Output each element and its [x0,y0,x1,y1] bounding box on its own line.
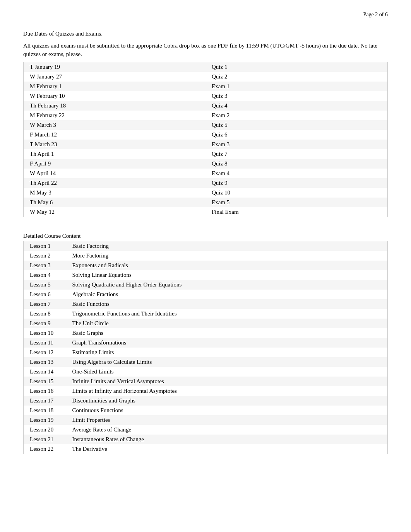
lesson-topic: Instantaneous Rates of Change [66,435,388,444]
due-date-date: Th February 18 [24,101,206,111]
lesson-topic: Basic Functions [66,299,388,309]
lesson-number: Lesson 17 [24,396,66,406]
lesson-row: Lesson 13Using Algebra to Calculate Limi… [24,357,388,367]
lesson-number: Lesson 3 [24,261,66,270]
lesson-number: Lesson 8 [24,309,66,319]
due-date-row: M February 22Exam 2 [24,111,388,120]
lesson-topic: Basic Factoring [66,241,388,251]
lesson-number: Lesson 12 [24,348,66,357]
due-date-date: F March 12 [24,130,206,140]
due-date-item: Exam 1 [206,82,388,91]
lesson-topic: Limit Properties [66,415,388,425]
due-date-row: T January 19Quiz 1 [24,62,388,72]
due-date-row: F April 9Quiz 8 [24,159,388,169]
lesson-topic: One-Sided Limits [66,367,388,377]
due-date-item: Exam 2 [206,111,388,120]
due-date-date: M February 1 [24,82,206,91]
lesson-topic: Infinite Limits and Vertical Asymptotes [66,377,388,386]
lesson-number: Lesson 19 [24,415,66,425]
due-date-item: Quiz 3 [206,91,388,101]
due-date-item: Quiz 1 [206,62,388,72]
lesson-topic: Algebraic Fractions [66,290,388,299]
due-date-row: T March 23Exam 3 [24,140,388,149]
due-date-item: Exam 3 [206,140,388,149]
due-date-row: W February 10Quiz 3 [24,91,388,101]
due-date-item: Quiz 9 [206,178,388,188]
lesson-number: Lesson 1 [24,241,66,251]
due-date-date: F April 9 [24,159,206,169]
lesson-number: Lesson 15 [24,377,66,386]
lesson-topic: The Derivative [66,444,388,454]
lesson-row: Lesson 8Trigonometric Functions and Thei… [24,309,388,319]
lesson-row: Lesson 20Average Rates of Change [24,425,388,435]
lesson-number: Lesson 20 [24,425,66,435]
due-date-row: Th April 22Quiz 9 [24,178,388,188]
lesson-row: Lesson 18Continuous Functions [24,406,388,415]
due-date-item: Quiz 8 [206,159,388,169]
lesson-row: Lesson 3Exponents and Radicals [24,261,388,270]
lesson-row: Lesson 16Limits at Infinity and Horizont… [24,386,388,396]
due-date-date: W January 27 [24,72,206,82]
intro-line2-3: All quizzes and exams must be submitted … [23,41,388,59]
due-date-date: Th April 22 [24,178,206,188]
detailed-section-title: Detailed Course Content [23,233,388,239]
due-date-row: W January 27Quiz 2 [24,72,388,82]
due-date-date: T January 19 [24,62,206,72]
due-date-date: M May 3 [24,188,206,198]
due-date-item: Exam 5 [206,198,388,207]
lesson-number: Lesson 16 [24,386,66,396]
lesson-number: Lesson 14 [24,367,66,377]
lesson-row: Lesson 6Algebraic Fractions [24,290,388,299]
lesson-number: Lesson 10 [24,328,66,338]
lesson-topic: More Factoring [66,251,388,261]
due-date-item: Quiz 5 [206,120,388,130]
lesson-number: Lesson 6 [24,290,66,299]
lesson-topic: The Unit Circle [66,319,388,328]
intro-line1: Due Dates of Quizzes and Exams. [23,29,388,38]
due-dates-table: T January 19Quiz 1W January 27Quiz 2M Fe… [23,62,388,217]
due-date-date: W May 12 [24,207,206,217]
due-date-item: Quiz 7 [206,149,388,159]
lesson-number: Lesson 4 [24,270,66,280]
page-number: Page 2 of 6 [23,12,388,18]
lesson-topic: Limits at Infinity and Horizontal Asympt… [66,386,388,396]
lesson-topic: Solving Linear Equations [66,270,388,280]
due-date-row: W March 3Quiz 5 [24,120,388,130]
lesson-topic: Trigonometric Functions and Their Identi… [66,309,388,319]
due-date-row: M February 1Exam 1 [24,82,388,91]
due-date-row: F March 12Quiz 6 [24,130,388,140]
lesson-topic: Continuous Functions [66,406,388,415]
lesson-number: Lesson 22 [24,444,66,454]
lesson-row: Lesson 1Basic Factoring [24,241,388,251]
lesson-row: Lesson 22The Derivative [24,444,388,454]
lesson-row: Lesson 9The Unit Circle [24,319,388,328]
due-date-row: W May 12Final Exam [24,207,388,217]
due-date-date: M February 22 [24,111,206,120]
lesson-row: Lesson 2More Factoring [24,251,388,261]
lesson-number: Lesson 2 [24,251,66,261]
lesson-number: Lesson 21 [24,435,66,444]
lesson-row: Lesson 15Infinite Limits and Vertical As… [24,377,388,386]
lesson-topic: Estimating Limits [66,348,388,357]
lesson-row: Lesson 12Estimating Limits [24,348,388,357]
due-date-date: W March 3 [24,120,206,130]
lesson-number: Lesson 5 [24,280,66,290]
lesson-row: Lesson 5Solving Quadratic and Higher Ord… [24,280,388,290]
lesson-row: Lesson 21Instantaneous Rates of Change [24,435,388,444]
due-date-date: Th April 1 [24,149,206,159]
lesson-number: Lesson 13 [24,357,66,367]
lesson-row: Lesson 14One-Sided Limits [24,367,388,377]
lesson-row: Lesson 17Discontinuities and Graphs [24,396,388,406]
lesson-topic: Solving Quadratic and Higher Order Equat… [66,280,388,290]
lesson-topic: Exponents and Radicals [66,261,388,270]
due-date-item: Exam 4 [206,169,388,178]
lesson-topic: Using Algebra to Calculate Limits [66,357,388,367]
due-date-item: Quiz 10 [206,188,388,198]
lesson-row: Lesson 4Solving Linear Equations [24,270,388,280]
lesson-topic: Graph Transformations [66,338,388,348]
lesson-number: Lesson 7 [24,299,66,309]
lesson-row: Lesson 10Basic Graphs [24,328,388,338]
due-date-date: W February 10 [24,91,206,101]
lesson-topic: Basic Graphs [66,328,388,338]
lesson-number: Lesson 11 [24,338,66,348]
